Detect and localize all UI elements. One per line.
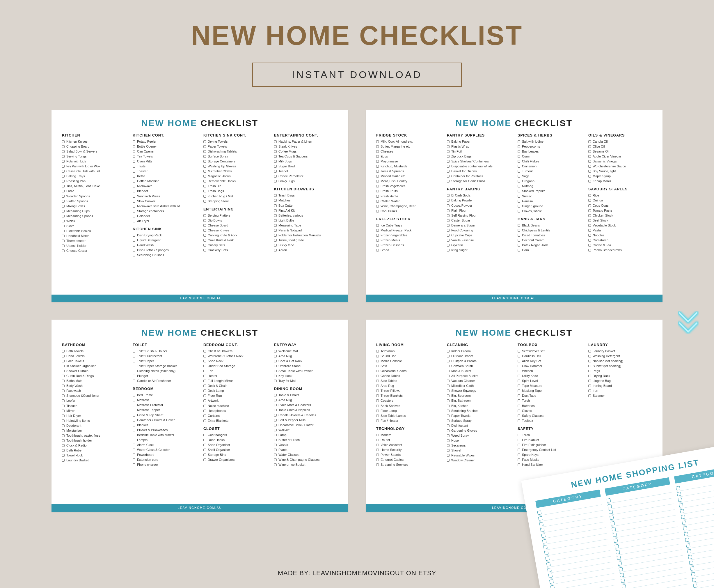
checkbox-icon[interactable]: [274, 350, 277, 353]
checkbox-icon[interactable]: [518, 175, 520, 177]
checkbox-icon[interactable]: [62, 384, 65, 387]
checkbox-icon[interactable]: [376, 399, 379, 402]
checkbox-icon[interactable]: [518, 360, 520, 362]
checkbox-icon[interactable]: [518, 448, 520, 451]
checkbox-icon[interactable]: [681, 514, 685, 519]
checkbox-icon[interactable]: [518, 394, 520, 397]
checkbox-icon[interactable]: [447, 454, 450, 457]
checkbox-icon[interactable]: [133, 414, 135, 417]
checkbox-icon[interactable]: [588, 214, 591, 217]
checkbox-icon[interactable]: [203, 145, 206, 148]
checkbox-icon[interactable]: [447, 165, 450, 168]
checkbox-icon[interactable]: [447, 180, 450, 183]
checkbox-icon[interactable]: [376, 244, 379, 247]
checkbox-icon[interactable]: [376, 419, 379, 422]
checkbox-icon[interactable]: [621, 579, 625, 583]
checkbox-icon[interactable]: [62, 399, 65, 402]
checkbox-icon[interactable]: [203, 444, 206, 446]
checkbox-icon[interactable]: [203, 439, 206, 441]
checkbox-icon[interactable]: [588, 209, 591, 212]
checkbox-icon[interactable]: [544, 551, 549, 555]
checkbox-icon[interactable]: [62, 250, 65, 252]
checkbox-icon[interactable]: [518, 224, 520, 227]
checkbox-icon[interactable]: [62, 360, 65, 362]
checkbox-icon[interactable]: [614, 539, 618, 543]
checkbox-icon[interactable]: [203, 384, 206, 387]
checkbox-icon[interactable]: [376, 463, 379, 466]
checkbox-icon[interactable]: [203, 214, 206, 217]
checkbox-icon[interactable]: [376, 175, 379, 177]
checkbox-icon[interactable]: [376, 394, 379, 397]
checkbox-icon[interactable]: [133, 175, 135, 177]
checkbox-icon[interactable]: [588, 219, 591, 222]
checkbox-icon[interactable]: [376, 384, 379, 387]
checkbox-icon[interactable]: [447, 229, 450, 232]
checkbox-icon[interactable]: [376, 229, 379, 232]
checkbox-icon[interactable]: [545, 556, 549, 561]
checkbox-icon[interactable]: [62, 454, 65, 457]
checkbox-icon[interactable]: [62, 170, 65, 173]
checkbox-icon[interactable]: [133, 239, 135, 241]
checkbox-icon[interactable]: [518, 390, 520, 392]
checkbox-icon[interactable]: [133, 254, 135, 256]
checkbox-icon[interactable]: [685, 538, 689, 542]
checkbox-icon[interactable]: [133, 155, 135, 158]
checkbox-icon[interactable]: [614, 544, 619, 548]
checkbox-icon[interactable]: [62, 225, 65, 227]
checkbox-icon[interactable]: [376, 439, 379, 441]
checkbox-icon[interactable]: [447, 380, 450, 382]
checkbox-icon[interactable]: [518, 370, 520, 372]
checkbox-icon[interactable]: [133, 355, 135, 357]
checkbox-icon[interactable]: [274, 224, 277, 227]
checkbox-icon[interactable]: [588, 390, 591, 392]
checkbox-icon[interactable]: [274, 380, 277, 382]
checkbox-icon[interactable]: [518, 410, 520, 412]
checkbox-icon[interactable]: [376, 365, 379, 368]
checkbox-icon[interactable]: [274, 459, 277, 461]
checkbox-icon[interactable]: [588, 394, 591, 397]
checkbox-icon[interactable]: [133, 215, 135, 217]
checkbox-icon[interactable]: [133, 394, 135, 397]
checkbox-icon[interactable]: [62, 415, 65, 417]
checkbox-icon[interactable]: [518, 185, 520, 187]
checkbox-icon[interactable]: [376, 150, 379, 153]
checkbox-icon[interactable]: [543, 545, 547, 549]
checkbox-icon[interactable]: [376, 195, 379, 198]
checkbox-icon[interactable]: [588, 350, 591, 353]
checkbox-icon[interactable]: [518, 463, 520, 466]
checkbox-icon[interactable]: [518, 239, 520, 241]
checkbox-icon[interactable]: [588, 229, 591, 232]
checkbox-icon[interactable]: [62, 230, 65, 232]
checkbox-icon[interactable]: [62, 239, 65, 242]
checkbox-icon[interactable]: [518, 155, 520, 158]
checkbox-icon[interactable]: [274, 463, 277, 466]
checkbox-icon[interactable]: [588, 194, 591, 197]
checkbox-icon[interactable]: [62, 190, 65, 192]
checkbox-icon[interactable]: [62, 419, 65, 422]
checkbox-icon[interactable]: [274, 399, 277, 401]
checkbox-icon[interactable]: [274, 234, 277, 237]
checkbox-icon[interactable]: [203, 160, 206, 163]
checkbox-icon[interactable]: [588, 234, 591, 237]
checkbox-icon[interactable]: [62, 429, 65, 432]
checkbox-icon[interactable]: [518, 180, 520, 183]
checkbox-icon[interactable]: [274, 145, 277, 148]
checkbox-icon[interactable]: [518, 399, 520, 402]
checkbox-icon[interactable]: [274, 394, 277, 397]
checkbox-icon[interactable]: [518, 380, 520, 382]
checkbox-icon[interactable]: [447, 444, 450, 447]
checkbox-icon[interactable]: [680, 509, 684, 513]
checkbox-icon[interactable]: [203, 170, 206, 173]
checkbox-icon[interactable]: [518, 170, 520, 173]
checkbox-icon[interactable]: [588, 355, 591, 357]
checkbox-icon[interactable]: [518, 405, 520, 407]
checkbox-icon[interactable]: [203, 175, 206, 177]
checkbox-icon[interactable]: [376, 434, 379, 436]
checkbox-icon[interactable]: [203, 224, 206, 227]
checkbox-icon[interactable]: [62, 175, 65, 177]
checkbox-icon[interactable]: [537, 510, 541, 515]
checkbox-icon[interactable]: [376, 180, 379, 183]
checkbox-icon[interactable]: [376, 165, 379, 168]
checkbox-icon[interactable]: [447, 410, 450, 412]
checkbox-icon[interactable]: [274, 150, 277, 153]
